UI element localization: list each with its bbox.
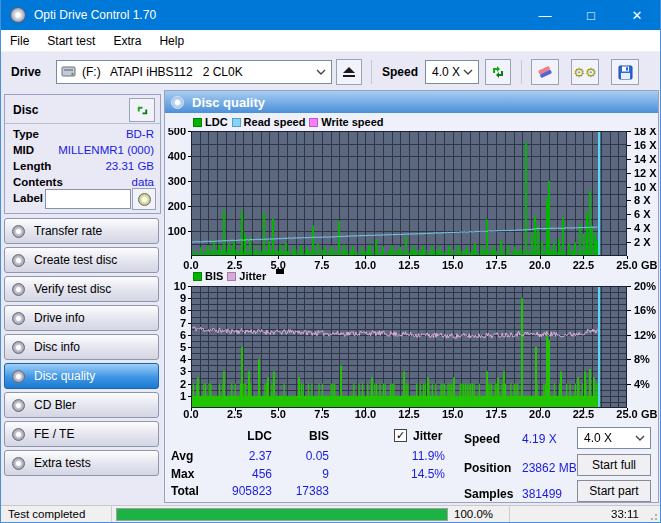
maximize-button[interactable]: □ [568, 0, 614, 30]
avg-jitter-value: 11.9% [412, 449, 445, 463]
sidebar-item-create-test-disc[interactable]: Create test disc [4, 247, 159, 273]
drive-value: (F:) ATAPI iHBS112 2 CL0K [82, 65, 243, 79]
max-bis-value: 9 [322, 467, 329, 481]
menu-extra[interactable]: Extra [104, 31, 150, 51]
minimize-button[interactable]: — [522, 0, 568, 30]
start-part-button[interactable]: Start part [577, 480, 651, 502]
disc-icon [12, 283, 25, 296]
legend-label: LDC [205, 116, 228, 128]
disc-refresh-button[interactable] [129, 98, 155, 122]
max-ldc-value: 456 [252, 467, 272, 481]
sidebar-item-disc-info[interactable]: Disc info [4, 334, 159, 360]
legend-label: Write speed [321, 116, 383, 128]
results-stats: LDC BIS Avg 2.37 0.05 11.9% Max 456 9 14… [165, 427, 660, 504]
start-full-button[interactable]: Start full [577, 454, 651, 476]
sidebar-item-disc-quality[interactable]: Disc quality [4, 363, 159, 389]
label-label: Label [13, 192, 43, 204]
refresh-arrows-icon [490, 64, 506, 80]
read-speed-swatch [232, 118, 241, 127]
sidebar-item-extra-tests[interactable]: Extra tests [4, 450, 159, 476]
settings-button[interactable]: ⚙⚙ [571, 59, 599, 85]
test-speed-value: 4.0 X [584, 431, 612, 445]
sidebar-item-label: Create test disc [34, 253, 117, 267]
speed-stat-label: Speed [464, 432, 500, 446]
sidebar-item-label: Transfer rate [34, 224, 102, 238]
menu-help[interactable]: Help [150, 31, 193, 51]
elapsed-time: 33:11 [611, 508, 639, 520]
sidebar-item-fe-te[interactable]: FE / TE [4, 421, 159, 447]
ldc-swatch [193, 118, 202, 127]
jitter-swatch [227, 272, 236, 281]
app-disc-icon [10, 7, 26, 23]
samples-stat-label: Samples [464, 487, 513, 501]
speed-label: Speed [382, 65, 418, 79]
jitter-checkbox[interactable]: ✓ [394, 429, 407, 442]
contents-data-link[interactable]: data [132, 176, 154, 188]
disc-icon [171, 96, 184, 109]
max-row-label: Max [171, 467, 194, 481]
disc-field-type: Type BD-R [13, 128, 154, 140]
menu-start-test[interactable]: Start test [38, 31, 104, 51]
sidebar-item-label: Disc quality [34, 369, 95, 383]
refresh-button[interactable] [485, 59, 511, 85]
sidebar-item-cd-bler[interactable]: CD Bler [4, 392, 159, 418]
menu-file[interactable]: File [1, 31, 38, 51]
disc-icon [138, 193, 151, 206]
field-label: MID [13, 144, 34, 156]
max-jitter-value: 14.5% [411, 467, 445, 481]
ldc-column-header: LDC [247, 429, 272, 443]
field-label: Contents [13, 176, 63, 188]
legend-ldc: LDC [193, 116, 228, 128]
field-label: Type [13, 128, 39, 140]
disc-info-panel: Disc Type BD-R MID MILLENMR1 (000) Lengt… [4, 94, 161, 214]
speed-stat-value: 4.19 X [522, 432, 557, 446]
disc-icon [12, 312, 25, 325]
ldc-read-speed-chart [165, 128, 660, 274]
panel-title: Disc quality [192, 95, 265, 110]
jitter-checkbox-label: Jitter [413, 429, 442, 443]
status-bar: Test completed 100.0% 33:11 [1, 505, 661, 523]
panel-header: Disc quality [165, 91, 658, 113]
progress-bar [116, 508, 448, 521]
progress-fill [117, 509, 447, 520]
chart2-legend: BIS Jitter [193, 269, 284, 283]
sidebar-item-transfer-rate[interactable]: Transfer rate [4, 218, 159, 244]
field-label: Length [13, 160, 51, 172]
bis-column-header: BIS [309, 429, 329, 443]
legend-write-speed: Write speed [309, 116, 383, 128]
label-input[interactable] [45, 189, 131, 209]
erase-disc-button[interactable] [531, 59, 559, 85]
sidebar-item-drive-info[interactable]: Drive info [4, 305, 159, 331]
sidebar-item-verify-test-disc[interactable]: Verify test disc [4, 276, 159, 302]
position-stat-value: 23862 MB [522, 461, 577, 475]
avg-ldc-value: 2.37 [249, 449, 272, 463]
test-speed-select[interactable]: 4.0 X [577, 427, 651, 449]
disc-field-length: Length 23.31 GB [13, 160, 154, 172]
floppy-save-icon [618, 65, 633, 80]
total-bis-value: 17383 [296, 484, 329, 498]
legend-bis: BIS [193, 270, 223, 282]
gears-icon: ⚙⚙ [573, 66, 596, 79]
bis-swatch [193, 272, 202, 281]
disc-panel-title: Disc [13, 103, 38, 117]
app-window: Opti Drive Control 1.70 — □ ✕ File Start… [0, 0, 661, 523]
legend-marker [276, 269, 284, 274]
write-label-button[interactable] [132, 188, 156, 210]
speed-select[interactable]: 4.0 X [425, 60, 479, 84]
legend-label: Read speed [244, 116, 306, 128]
eject-icon [342, 66, 356, 78]
legend-read-speed: Read speed [232, 116, 306, 128]
eraser-icon [536, 65, 554, 79]
eject-button[interactable] [336, 59, 362, 85]
disc-icon [12, 399, 25, 412]
status-text: Test completed [8, 508, 85, 520]
disc-icon [12, 370, 25, 383]
close-button[interactable]: ✕ [614, 0, 660, 30]
resize-grip[interactable] [650, 511, 660, 521]
write-speed-swatch [309, 118, 318, 127]
chevron-down-icon [463, 69, 473, 75]
bis-jitter-chart [165, 282, 660, 423]
save-button[interactable] [611, 59, 639, 85]
drive-select[interactable]: (F:) ATAPI iHBS112 2 CL0K [56, 60, 332, 84]
position-stat-label: Position [464, 461, 511, 475]
